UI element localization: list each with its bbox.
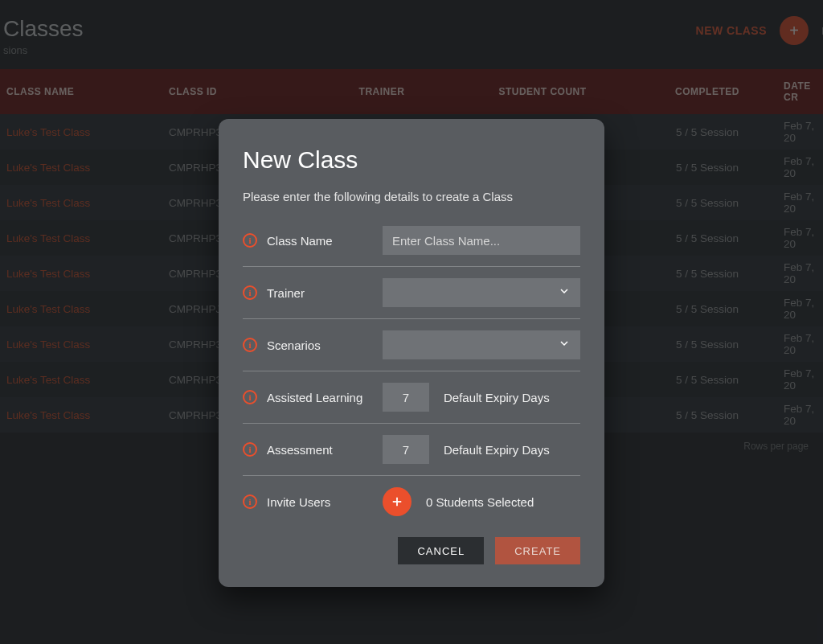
info-icon[interactable]: i (243, 390, 257, 404)
info-icon[interactable]: i (243, 338, 257, 352)
new-class-modal: New Class Please enter the following det… (219, 119, 604, 587)
info-icon[interactable]: i (243, 442, 257, 457)
info-icon[interactable]: i (243, 494, 257, 509)
assisted-expiry-hint: Default Expiry Days (444, 391, 550, 404)
label-assisted: Assisted Learning (267, 391, 362, 404)
label-trainer: Trainer (267, 286, 305, 300)
create-button[interactable]: CREATE (495, 537, 580, 564)
assessment-expiry-hint: Default Expiry Days (444, 443, 550, 457)
class-name-input[interactable] (383, 226, 580, 255)
plus-icon (390, 494, 404, 509)
assisted-days-input[interactable] (383, 383, 429, 412)
assessment-days-input[interactable] (383, 435, 429, 464)
students-selected-count: 0 Students Selected (426, 495, 534, 509)
info-icon[interactable]: i (243, 233, 257, 248)
modal-subtitle: Please enter the following details to cr… (243, 190, 580, 203)
scenarios-select[interactable] (383, 330, 580, 359)
modal-title: New Class (243, 146, 580, 174)
info-icon[interactable]: i (243, 285, 257, 300)
label-scenarios: Scenarios (267, 338, 321, 352)
label-invite: Invite Users (267, 495, 330, 509)
label-assessment: Assessment (267, 443, 333, 457)
label-class-name: Class Name (267, 234, 333, 248)
trainer-select[interactable] (383, 278, 580, 307)
modal-overlay: New Class Please enter the following det… (0, 0, 823, 644)
invite-users-button[interactable] (383, 487, 412, 516)
cancel-button[interactable]: CANCEL (398, 537, 484, 564)
